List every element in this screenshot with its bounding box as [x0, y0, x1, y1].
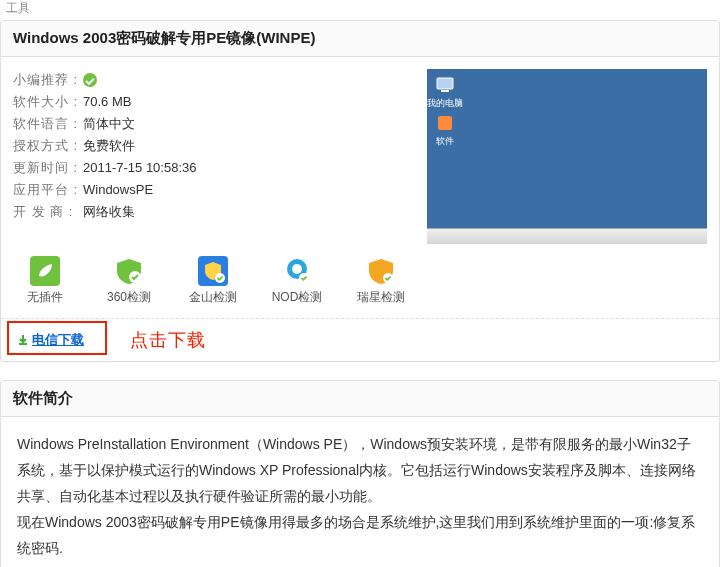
description-paragraph: 一般维护用的PE就30M-40M左右,这个版本有70M,里面带了有些不常用,但是… — [17, 561, 703, 567]
leaf-icon — [30, 256, 60, 286]
shield-icon — [282, 256, 312, 286]
label-lang: 软件语言 : — [13, 113, 83, 135]
check-icon — [83, 73, 97, 87]
description-paragraph: 现在Windows 2003密码破解专用PE镜像用得最多的场合是系统维护,这里我… — [17, 509, 703, 561]
desktop-icon-label: 我的电脑 — [427, 97, 463, 110]
check-label: NOD检测 — [272, 290, 323, 304]
virus-check-row: 无插件 360检测 金山检测 NOD检测 瑞星检测 — [1, 256, 719, 318]
software-title: Windows 2003密码破解专用PE镜像(WINPE) — [1, 21, 719, 57]
screenshot-thumbnail[interactable]: 我的电脑 软件 — [427, 69, 707, 244]
check-label: 瑞星检测 — [357, 290, 405, 304]
label-dev: 开 发 商 : — [13, 201, 83, 223]
check-label: 金山检测 — [189, 290, 237, 304]
value-platform: WindowsPE — [83, 179, 153, 201]
click-hint: 点击下载 — [130, 328, 206, 352]
svg-rect-2 — [438, 116, 452, 130]
value-updated: 2011-7-15 10:58:36 — [83, 157, 196, 179]
description-panel: 软件简介 Windows PreInstallation Environment… — [0, 380, 720, 567]
download-arrow-icon — [17, 334, 29, 346]
check-rising: 瑞星检测 — [351, 256, 411, 306]
label-platform: 应用平台 : — [13, 179, 83, 201]
description-paragraph: Windows PreInstallation Environment（Wind… — [17, 431, 703, 509]
value-dev: 网络收集 — [83, 201, 135, 223]
download-section: 电信下载 点击下载 — [1, 318, 719, 361]
download-link-telecom[interactable]: 电信下载 — [11, 325, 98, 355]
description-header: 软件简介 — [1, 381, 719, 417]
info-table: 小编推荐 : 软件大小 : 70.6 MB 软件语言 : 简体中文 授权方式 :… — [13, 69, 409, 244]
check-360: 360检测 — [99, 256, 159, 306]
label-license: 授权方式 : — [13, 135, 83, 157]
label-recommend: 小编推荐 : — [13, 69, 83, 91]
shield-icon — [114, 256, 144, 286]
value-size: 70.6 MB — [83, 91, 131, 113]
breadcrumb: 工具 — [0, 0, 720, 20]
check-no-plugin: 无插件 — [15, 256, 75, 306]
label-size: 软件大小 : — [13, 91, 83, 113]
shield-icon — [366, 256, 396, 286]
taskbar — [427, 228, 707, 244]
check-label: 无插件 — [27, 290, 63, 304]
desktop-icon-computer — [435, 75, 455, 95]
check-nod: NOD检测 — [267, 256, 327, 306]
download-label: 电信下载 — [32, 331, 84, 349]
check-jinshan: 金山检测 — [183, 256, 243, 306]
check-label: 360检测 — [107, 290, 151, 304]
value-license: 免费软件 — [83, 135, 135, 157]
description-body: Windows PreInstallation Environment（Wind… — [1, 417, 719, 567]
desktop-icon-label: 软件 — [427, 135, 463, 148]
svg-rect-0 — [437, 78, 453, 89]
software-info-panel: Windows 2003密码破解专用PE镜像(WINPE) 小编推荐 : 软件大… — [0, 20, 720, 362]
label-updated: 更新时间 : — [13, 157, 83, 179]
shield-icon — [198, 256, 228, 286]
desktop-icon-app — [435, 113, 455, 133]
value-lang: 简体中文 — [83, 113, 135, 135]
svg-point-8 — [292, 264, 302, 274]
svg-rect-1 — [441, 90, 449, 92]
